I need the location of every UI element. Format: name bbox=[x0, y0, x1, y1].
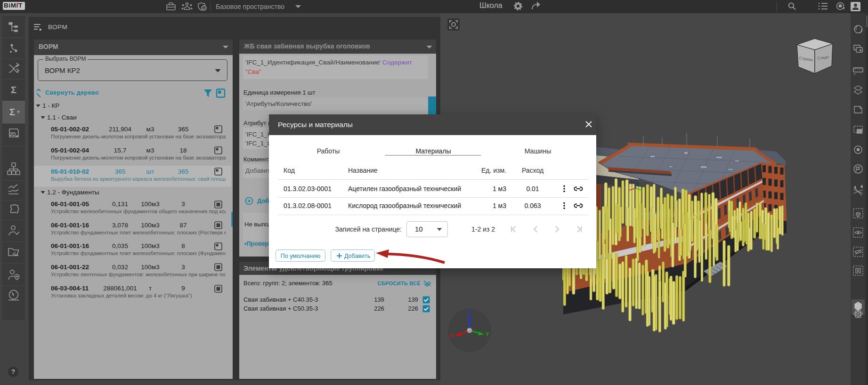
svg-text:X: X bbox=[449, 333, 453, 338]
svg-text:2: 2 bbox=[861, 185, 863, 188]
svg-text:1: 1 bbox=[854, 186, 856, 189]
svg-text:Σ: Σ bbox=[9, 107, 15, 117]
svg-text:Y: Y bbox=[486, 331, 489, 337]
svg-text:Σ: Σ bbox=[11, 85, 16, 95]
svg-text:+: + bbox=[16, 108, 20, 115]
svg-text:Z: Z bbox=[468, 309, 471, 315]
svg-text:2D: 2D bbox=[9, 131, 16, 137]
